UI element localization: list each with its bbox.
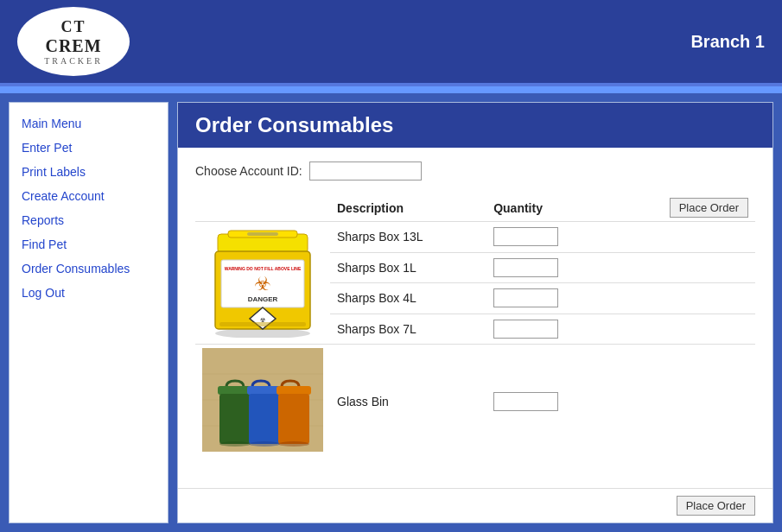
sidebar-item-main-menu[interactable]: Main Menu [10,111,168,136]
sidebar-item-create-account[interactable]: Create Account [10,184,168,208]
sharps-7l-action [610,314,755,345]
glass-bin-action [610,345,755,459]
svg-text:DANGER: DANGER [248,295,278,303]
sharps-13l-description: Sharps Box 13L [330,222,486,253]
sharps-13l-qty-cell [486,222,610,253]
choose-account-label: Choose Account ID: [195,164,302,178]
separator-bar [0,86,782,93]
content-body: Choose Account ID: Description Quantity … [178,148,772,488]
sharps-1l-description: Sharps Box 1L [330,252,486,283]
logo: CT CREM TRACKER [17,7,130,76]
glass-bin-qty-input[interactable] [493,392,558,411]
sidebar-item-reports[interactable]: Reports [10,208,168,232]
logo-crem: CREM [45,36,101,56]
svg-rect-22 [277,386,311,395]
logo-ct: CT [60,18,86,36]
glass-bin-description: Glass Bin [330,345,486,459]
order-table: Description Quantity Place Order [195,194,755,458]
content-header: Order Consumables [178,103,772,148]
col-quantity: Quantity [486,194,610,222]
col-image [195,194,330,222]
place-order-bottom-button[interactable]: Place Order [677,496,755,516]
page-header: CT CREM TRACKER Branch 1 [0,0,782,86]
svg-point-21 [249,441,280,446]
svg-text:☣: ☣ [254,273,271,294]
sharps-13l-qty-input[interactable] [493,227,558,246]
sidebar-item-order-consumables[interactable]: Order Consumables [10,256,168,281]
svg-rect-20 [249,394,280,444]
table-row: Glass Bin [195,345,755,459]
sharps-7l-qty-input[interactable] [493,320,558,339]
sharps-4l-description: Sharps Box 4L [330,283,486,314]
sharps-4l-qty-cell [486,283,610,314]
branch-label: Branch 1 [690,32,765,52]
sharps-13l-action [610,222,755,253]
svg-point-24 [278,441,309,446]
sidebar-item-print-labels[interactable]: Print Labels [10,160,168,184]
svg-rect-17 [219,394,251,444]
svg-rect-11 [219,322,306,326]
choose-account-row: Choose Account ID: [195,162,755,180]
sharps-7l-qty-cell [486,314,610,345]
sharps-image-cell: WARNING DO NOT FILL ABOVE LINE ☣ DANGER … [195,222,330,345]
logo-tracker: TRACKER [44,56,103,66]
table-row: WARNING DO NOT FILL ABOVE LINE ☣ DANGER … [195,222,755,253]
sharps-4l-qty-input[interactable] [493,288,558,307]
place-order-top-button[interactable]: Place Order [670,198,748,218]
table-header-row: Description Quantity Place Order [195,194,755,222]
sharps-7l-description: Sharps Box 7L [330,314,486,345]
sharps-1l-action [610,252,755,283]
col-action: Place Order [610,194,755,222]
sharps-1l-qty-cell [486,252,610,283]
bins-image-cell [195,345,330,459]
sidebar-item-enter-pet[interactable]: Enter Pet [10,136,168,160]
page-title: Order Consumables [195,113,755,137]
svg-point-18 [219,441,251,446]
sharps-box-image: WARNING DO NOT FILL ABOVE LINE ☣ DANGER … [202,225,323,338]
svg-text:WARNING DO NOT FILL ABOVE LINE: WARNING DO NOT FILL ABOVE LINE [225,266,302,271]
bins-image [202,348,323,452]
sharps-4l-action [610,283,755,314]
svg-rect-3 [247,232,278,236]
glass-bin-qty-cell [486,345,610,459]
sharps-1l-qty-input[interactable] [493,258,558,277]
sidebar: Main Menu Enter Pet Print Labels Create … [9,102,168,523]
col-description: Description [330,194,486,222]
svg-text:☢: ☢ [260,317,265,323]
main-layout: Main Menu Enter Pet Print Labels Create … [0,93,782,532]
bottom-bar: Place Order [178,488,772,522]
account-id-input[interactable] [309,162,422,180]
content-area: Order Consumables Choose Account ID: Des… [177,102,773,523]
svg-rect-23 [278,394,309,444]
sidebar-item-find-pet[interactable]: Find Pet [10,232,168,256]
sidebar-item-log-out[interactable]: Log Out [10,281,168,305]
